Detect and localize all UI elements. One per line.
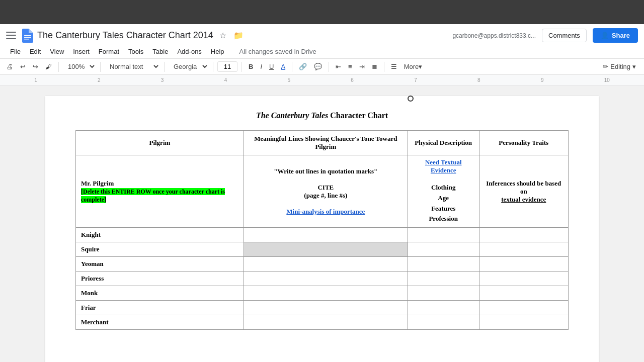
hamburger-menu[interactable]: [6, 31, 16, 41]
menu-format[interactable]: Format: [95, 46, 123, 57]
align-justify-button[interactable]: ≣: [369, 61, 380, 72]
align-left-button[interactable]: ⇤: [333, 61, 344, 72]
docs-container: The Canterbury Tales Character Chart 201…: [0, 24, 644, 362]
font-size-input[interactable]: [217, 61, 237, 72]
physical-cell-monk: [408, 286, 479, 301]
insert-comment-button[interactable]: 💬: [311, 61, 325, 72]
align-right-button[interactable]: ⇥: [357, 61, 367, 72]
header: The Canterbury Tales Character Chart 201…: [0, 24, 644, 59]
physical-cell-friar: [408, 301, 479, 315]
menu-view[interactable]: View: [46, 46, 68, 57]
prioress-name: Prioress: [81, 275, 104, 282]
title-rest-part: Character Chart: [330, 111, 388, 120]
separator-1: [58, 62, 59, 72]
menu-insert[interactable]: Insert: [69, 46, 94, 57]
delete-note: [Delete this ENTIRE ROW once your charac…: [81, 188, 225, 203]
menu-bar: File Edit View Insert Format Tools Table…: [6, 45, 638, 58]
editing-chevron-icon: ▾: [632, 63, 636, 70]
inference-instruction: Inferences should be based on textual ev…: [485, 179, 563, 204]
saved-status: All changes saved in Drive: [239, 48, 316, 55]
star-icon[interactable]: ☆: [217, 30, 228, 41]
need-textual-link[interactable]: Need Textual Evidence: [413, 158, 474, 174]
mini-analysis-link[interactable]: Mini-analysis of importance: [249, 208, 403, 216]
separator-6: [292, 62, 292, 72]
separator-8: [384, 62, 384, 72]
editing-mode-button[interactable]: ✏ Editing ▾: [599, 61, 640, 72]
personality-cell-merchant: [479, 315, 568, 330]
table-row-knight: Knight: [76, 228, 569, 242]
line-spacing-button[interactable]: ☰: [388, 61, 399, 72]
personality-cell-monk: [479, 286, 568, 301]
friar-name: Friar: [81, 304, 96, 311]
lines-cell-yeoman: [244, 257, 408, 272]
merchant-name: Merchant: [81, 318, 109, 326]
personality-cell-prioress: [479, 272, 568, 286]
lines-cell-knight: [244, 228, 408, 242]
separator-4: [213, 62, 213, 72]
bold-button[interactable]: B: [246, 61, 256, 72]
pilgrim-cell-merchant: Merchant: [76, 315, 244, 330]
separator-2: [100, 62, 101, 72]
table-row-friar: Friar: [76, 301, 569, 315]
col-header-physical: Physical Description: [408, 131, 479, 155]
col-header-lines: Meaningful Lines Showing Chaucer's Tone …: [244, 131, 408, 155]
print-button[interactable]: 🖨: [4, 61, 16, 72]
svg-rect-1: [24, 37, 31, 38]
document-title-heading: The Canterbury Tales Character Chart: [75, 111, 569, 120]
menu-tools[interactable]: Tools: [124, 46, 147, 57]
menu-table[interactable]: Table: [148, 46, 172, 57]
more-label: More: [404, 63, 419, 70]
more-button[interactable]: More ▾: [401, 61, 425, 72]
character-table: Pilgrim Meaningful Lines Showing Chaucer…: [75, 130, 569, 330]
insert-link-button[interactable]: 🔗: [296, 61, 309, 72]
menu-help[interactable]: Help: [207, 46, 228, 57]
style-select[interactable]: Normal text: [105, 61, 160, 72]
table-row-merchant: Merchant: [76, 315, 569, 330]
pilgrim-cell-friar: Friar: [76, 301, 244, 315]
zoom-select[interactable]: 100%: [63, 61, 96, 72]
monk-name: Monk: [81, 289, 98, 297]
title-italic-part: The Canterbury Tales: [256, 111, 328, 120]
docs-logo-icon: [22, 29, 33, 43]
undo-button[interactable]: ↩: [18, 61, 28, 72]
table-row-mr-pilgrim: Mr. Pilgrim [Delete this ENTIRE ROW once…: [76, 155, 569, 228]
folder-icon[interactable]: 📁: [231, 30, 246, 41]
share-label: Share: [612, 32, 630, 39]
physical-cell-prioress: [408, 272, 479, 286]
font-select[interactable]: Georgia: [169, 61, 209, 72]
menu-file[interactable]: File: [6, 46, 25, 57]
physical-cell-merchant: [408, 315, 479, 330]
col-header-personality: Personality Traits: [479, 131, 568, 155]
pilgrim-cell-yeoman: Yeoman: [76, 257, 244, 272]
user-email: gcarbone@apps.district833.c...: [452, 32, 536, 39]
physical-cell-squire: [408, 242, 479, 257]
pencil-icon: ✏: [603, 63, 608, 70]
personality-cell-squire: [479, 242, 568, 257]
menu-edit[interactable]: Edit: [26, 46, 45, 57]
align-center-button[interactable]: ≡: [346, 61, 355, 72]
menu-addons[interactable]: Add-ons: [173, 46, 205, 57]
mr-pilgrim-name: Mr. Pilgrim: [81, 179, 114, 187]
redo-button[interactable]: ↪: [30, 61, 41, 72]
share-button[interactable]: 👤 Share: [593, 28, 638, 43]
cite-instruction: CITE(page #, line #s): [249, 184, 403, 200]
textual-evidence-underline: textual evidence: [501, 196, 546, 203]
italic-button[interactable]: I: [258, 61, 265, 72]
document-title: The Canterbury Tales Character Chart 201…: [37, 30, 213, 41]
personality-cell-yeoman: [479, 257, 568, 272]
font-color-button[interactable]: A: [278, 61, 288, 72]
browser-chrome: [0, 0, 644, 24]
paint-format-button[interactable]: 🖌: [43, 61, 54, 72]
table-row-prioress: Prioress: [76, 272, 569, 286]
personality-cell-knight: [479, 228, 568, 242]
pilgrim-cell-mr-pilgrim: Mr. Pilgrim [Delete this ENTIRE ROW once…: [76, 155, 244, 228]
pilgrim-cell-squire: Squire: [76, 242, 244, 257]
underline-button[interactable]: U: [267, 61, 276, 72]
share-icon: 👤: [601, 32, 609, 39]
toolbar: 🖨 ↩ ↪ 🖌 100% Normal text Georgia B I U A: [0, 59, 644, 75]
knight-name: Knight: [81, 231, 101, 238]
document-area[interactable]: The Canterbury Tales Character Chart Pil…: [0, 86, 644, 362]
physical-cell-knight: [408, 228, 479, 242]
svg-rect-2: [24, 39, 29, 40]
comments-button[interactable]: Comments: [542, 29, 587, 42]
